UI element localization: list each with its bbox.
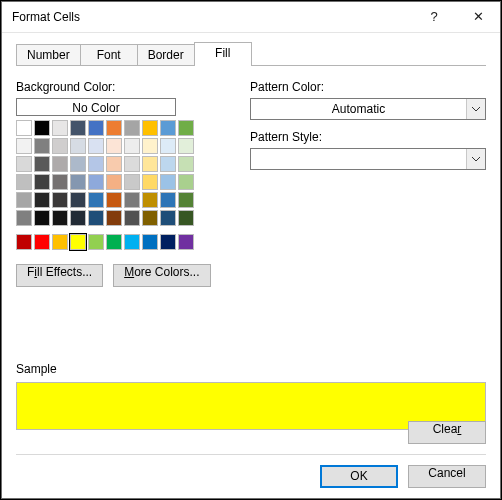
color-swatch[interactable] [178, 192, 194, 208]
color-swatch[interactable] [178, 138, 194, 154]
color-swatch[interactable] [70, 192, 86, 208]
color-swatch[interactable] [88, 210, 104, 226]
color-swatch[interactable] [70, 234, 86, 250]
fill-effects-button[interactable]: Fill Effects... [16, 264, 103, 287]
color-swatch[interactable] [160, 210, 176, 226]
ok-button[interactable]: OK [320, 465, 398, 488]
color-swatch[interactable] [142, 192, 158, 208]
more-colors-button[interactable]: More Colors... [113, 264, 210, 287]
fill-panel: Background Color: No Color Fill Effects.… [16, 80, 486, 287]
tab-border[interactable]: Border [137, 44, 195, 65]
color-swatch[interactable] [34, 156, 50, 172]
color-swatch[interactable] [88, 192, 104, 208]
color-swatch[interactable] [142, 138, 158, 154]
color-swatch[interactable] [52, 210, 68, 226]
color-swatch[interactable] [124, 120, 140, 136]
chevron-down-icon [466, 149, 485, 169]
color-swatch[interactable] [160, 138, 176, 154]
color-swatch[interactable] [160, 120, 176, 136]
sample-label: Sample [16, 362, 486, 376]
color-swatch[interactable] [16, 138, 32, 154]
pattern-style-combo[interactable] [250, 148, 486, 170]
color-swatch[interactable] [142, 156, 158, 172]
dialog-client: Number Font Border Fill Background Color… [2, 32, 500, 498]
color-swatch[interactable] [178, 120, 194, 136]
color-swatch[interactable] [52, 174, 68, 190]
color-swatch[interactable] [52, 138, 68, 154]
title-bar: Format Cells ? ✕ [2, 2, 500, 33]
tab-number[interactable]: Number [16, 44, 81, 65]
color-swatch[interactable] [70, 174, 86, 190]
color-swatch[interactable] [88, 174, 104, 190]
color-swatch[interactable] [52, 192, 68, 208]
color-swatch[interactable] [106, 234, 122, 250]
color-swatch[interactable] [124, 234, 140, 250]
color-swatch[interactable] [88, 156, 104, 172]
color-swatch[interactable] [88, 120, 104, 136]
dialog-title: Format Cells [12, 10, 412, 24]
color-swatch[interactable] [70, 138, 86, 154]
color-swatch[interactable] [142, 174, 158, 190]
color-swatch[interactable] [124, 156, 140, 172]
color-swatch[interactable] [106, 138, 122, 154]
dialog-footer: Clear OK Cancel [16, 421, 486, 488]
color-swatch[interactable] [160, 174, 176, 190]
color-swatch[interactable] [34, 192, 50, 208]
color-swatch[interactable] [16, 234, 32, 250]
theme-color-grid [16, 120, 216, 226]
color-swatch[interactable] [106, 120, 122, 136]
format-cells-dialog: Format Cells ? ✕ Number Font Border Fill… [1, 1, 501, 499]
color-swatch[interactable] [16, 210, 32, 226]
color-swatch[interactable] [52, 156, 68, 172]
pattern-color-combo[interactable]: Automatic [250, 98, 486, 120]
color-swatch[interactable] [142, 234, 158, 250]
color-swatch[interactable] [34, 138, 50, 154]
color-swatch[interactable] [178, 156, 194, 172]
color-swatch[interactable] [88, 234, 104, 250]
clear-button[interactable]: Clear [408, 421, 486, 444]
color-swatch[interactable] [178, 174, 194, 190]
color-swatch[interactable] [124, 192, 140, 208]
chevron-down-icon [466, 99, 485, 119]
color-swatch[interactable] [16, 192, 32, 208]
color-swatch[interactable] [124, 174, 140, 190]
tab-font[interactable]: Font [80, 44, 138, 65]
color-swatch[interactable] [178, 210, 194, 226]
color-swatch[interactable] [52, 234, 68, 250]
pattern-style-value [251, 149, 466, 169]
color-swatch[interactable] [70, 156, 86, 172]
color-swatch[interactable] [16, 120, 32, 136]
color-swatch[interactable] [16, 156, 32, 172]
color-swatch[interactable] [106, 174, 122, 190]
color-swatch[interactable] [52, 120, 68, 136]
color-swatch[interactable] [124, 210, 140, 226]
color-swatch[interactable] [34, 174, 50, 190]
color-swatch[interactable] [88, 138, 104, 154]
help-button[interactable]: ? [412, 2, 456, 32]
no-color-button[interactable]: No Color [16, 98, 176, 116]
color-swatch[interactable] [106, 192, 122, 208]
tab-fill[interactable]: Fill [194, 42, 252, 66]
color-swatch[interactable] [178, 234, 194, 250]
close-button[interactable]: ✕ [456, 2, 500, 32]
color-swatch[interactable] [34, 120, 50, 136]
tab-bar: Number Font Border Fill [16, 42, 486, 66]
background-color-section: Background Color: No Color Fill Effects.… [16, 80, 216, 287]
pattern-style-label: Pattern Style: [250, 130, 486, 144]
color-swatch[interactable] [70, 120, 86, 136]
color-swatch[interactable] [142, 210, 158, 226]
color-swatch[interactable] [160, 156, 176, 172]
color-swatch[interactable] [106, 210, 122, 226]
color-swatch[interactable] [160, 234, 176, 250]
color-swatch[interactable] [70, 210, 86, 226]
pattern-section: Pattern Color: Automatic Pattern Style: [250, 80, 486, 287]
color-swatch[interactable] [160, 192, 176, 208]
color-swatch[interactable] [34, 210, 50, 226]
pattern-color-label: Pattern Color: [250, 80, 486, 94]
color-swatch[interactable] [124, 138, 140, 154]
color-swatch[interactable] [34, 234, 50, 250]
color-swatch[interactable] [106, 156, 122, 172]
color-swatch[interactable] [16, 174, 32, 190]
color-swatch[interactable] [142, 120, 158, 136]
cancel-button[interactable]: Cancel [408, 465, 486, 488]
